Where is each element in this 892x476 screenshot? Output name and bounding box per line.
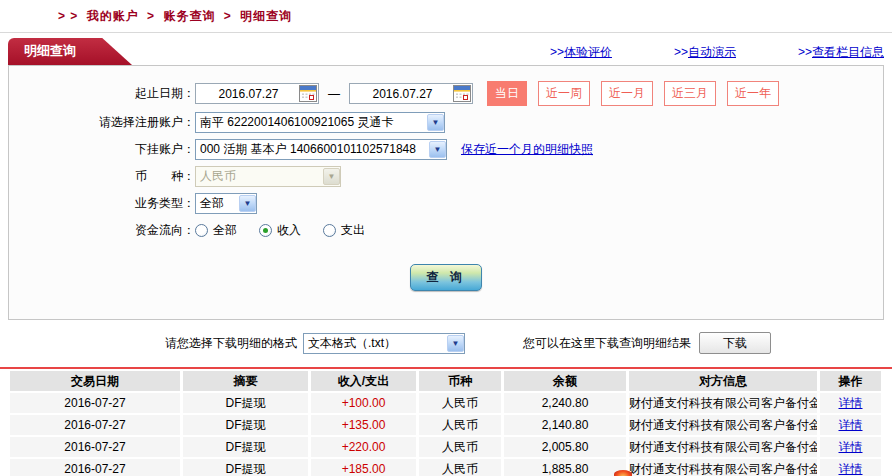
chevron-down-icon: ▼ bbox=[427, 114, 444, 131]
cell-balance: 2,005.80 bbox=[504, 437, 626, 457]
col-header-counterparty: 对方信息 bbox=[629, 371, 817, 391]
end-date-value: 2016.07.27 bbox=[352, 87, 453, 101]
download-hint: 您可以在这里下载查询明细结果 bbox=[523, 335, 691, 352]
calendar-icon[interactable] bbox=[299, 85, 317, 102]
start-date-input[interactable]: 2016.07.27 bbox=[195, 83, 319, 104]
col-header-summary: 摘要 bbox=[183, 371, 308, 391]
date-range-row: 起止日期： 2016.07.27 — 2016.07.27 当日 bbox=[9, 81, 883, 106]
link-label: 查看栏目信息 bbox=[812, 45, 884, 59]
cell-balance: 1,885.80 bbox=[504, 459, 626, 476]
col-header-amount: 收入/支出 bbox=[311, 371, 416, 391]
cell-counterparty: 财付通支付科技有限公司客户备付金 bbox=[629, 393, 817, 413]
cell-amount: +185.00 bbox=[311, 459, 416, 476]
detail-link[interactable]: 详情 bbox=[839, 440, 863, 454]
range-year-button[interactable]: 近一年 bbox=[727, 81, 779, 106]
partial-flame-icon bbox=[614, 470, 632, 476]
chevron-down-icon: ▼ bbox=[239, 195, 256, 212]
tab-detail-query: 明细查询 bbox=[8, 38, 132, 65]
flow-income-radio[interactable]: 收入 bbox=[259, 222, 301, 239]
cell-counterparty: 财付通支付科技有限公司客户备付金 bbox=[629, 437, 817, 457]
download-button[interactable]: 下载 bbox=[699, 332, 771, 354]
cell-counterparty: 财付通支付科技有限公司客户备付金 bbox=[629, 415, 817, 435]
link-prefix: >> bbox=[798, 45, 812, 59]
breadcrumb: > > 我的账户 > 账务查询 > 明细查询 bbox=[0, 0, 892, 30]
radio-unchecked-icon[interactable] bbox=[195, 224, 208, 237]
currency-value: 人民币 bbox=[200, 168, 236, 185]
fund-flow-row: 资金流向： 全部 收入 支出 bbox=[9, 219, 883, 241]
sub-account-row: 下挂账户： 000 活期 基本户 1406600101102571848 ▼ 保… bbox=[9, 138, 883, 160]
breadcrumb-separator: > bbox=[224, 9, 232, 23]
radio-unchecked-icon[interactable] bbox=[323, 224, 336, 237]
cell-date: 2016-07-27 bbox=[10, 437, 180, 457]
header-links: >>体验评价 >>自动演示 >>查看栏目信息 bbox=[550, 44, 884, 61]
business-type-label: 业务类型： bbox=[9, 195, 195, 212]
register-account-label: 请选择注册账户： bbox=[9, 114, 195, 131]
col-header-balance: 余额 bbox=[504, 371, 626, 391]
radio-checked-icon[interactable] bbox=[259, 224, 272, 237]
col-header-date: 交易日期 bbox=[10, 371, 180, 391]
cell-date: 2016-07-27 bbox=[10, 459, 180, 476]
cell-currency: 人民币 bbox=[419, 459, 501, 476]
query-button-wrap: 查 询 bbox=[9, 264, 883, 291]
chevron-down-icon: ▼ bbox=[447, 335, 464, 352]
quick-range-buttons: 当日 近一周 近一月 近三月 近一年 bbox=[487, 81, 779, 106]
business-type-select[interactable]: 全部 ▼ bbox=[195, 193, 257, 214]
download-format-label: 请您选择下载明细的格式 bbox=[165, 335, 297, 352]
currency-label: 币 种： bbox=[9, 168, 195, 185]
experience-review-link[interactable]: >>体验评价 bbox=[550, 44, 612, 61]
query-form-panel: 起止日期： 2016.07.27 — 2016.07.27 当日 bbox=[8, 65, 884, 320]
link-prefix: >> bbox=[674, 45, 688, 59]
date-separator: — bbox=[328, 87, 340, 101]
breadcrumb-item-detail-query[interactable]: 明细查询 bbox=[240, 9, 292, 23]
detail-link[interactable]: 详情 bbox=[839, 396, 863, 410]
chevron-down-icon: ▼ bbox=[323, 168, 340, 185]
sub-account-select[interactable]: 000 活期 基本户 1406600101102571848 ▼ bbox=[195, 139, 447, 160]
flow-all-label: 全部 bbox=[213, 222, 237, 239]
register-account-select[interactable]: 南平 6222001406100921065 灵通卡 ▼ bbox=[195, 112, 445, 133]
breadcrumb-prefix: > > bbox=[58, 9, 78, 23]
cell-summary: DF提现 bbox=[183, 415, 308, 435]
link-prefix: >> bbox=[550, 45, 564, 59]
flow-income-label: 收入 bbox=[277, 222, 301, 239]
cell-date: 2016-07-27 bbox=[10, 393, 180, 413]
cell-amount: +100.00 bbox=[311, 393, 416, 413]
cell-currency: 人民币 bbox=[419, 415, 501, 435]
download-format-select[interactable]: 文本格式（.txt） ▼ bbox=[303, 333, 465, 354]
view-column-info-link[interactable]: >>查看栏目信息 bbox=[798, 44, 884, 61]
cell-amount: +135.00 bbox=[311, 415, 416, 435]
detail-link[interactable]: 详情 bbox=[839, 462, 863, 476]
save-snapshot-link[interactable]: 保存近一个月的明细快照 bbox=[461, 141, 593, 158]
cell-summary: DF提现 bbox=[183, 459, 308, 476]
cell-action: 详情 bbox=[820, 415, 881, 435]
business-type-row: 业务类型： 全部 ▼ bbox=[9, 192, 883, 214]
sub-account-value: 000 活期 基本户 1406600101102571848 bbox=[200, 141, 416, 158]
flow-expense-radio[interactable]: 支出 bbox=[323, 222, 365, 239]
cell-action: 详情 bbox=[820, 437, 881, 457]
cell-summary: DF提现 bbox=[183, 437, 308, 457]
cell-action: 详情 bbox=[820, 393, 881, 413]
currency-row: 币 种： 人民币 ▼ bbox=[9, 165, 883, 187]
range-today-button[interactable]: 当日 bbox=[487, 81, 527, 106]
register-account-row: 请选择注册账户： 南平 6222001406100921065 灵通卡 ▼ bbox=[9, 111, 883, 133]
calendar-icon[interactable] bbox=[453, 85, 471, 102]
link-label: 体验评价 bbox=[564, 45, 612, 59]
cell-amount: +220.00 bbox=[311, 437, 416, 457]
fund-flow-label: 资金流向： bbox=[9, 222, 195, 239]
range-quarter-button[interactable]: 近三月 bbox=[664, 81, 716, 106]
cell-date: 2016-07-27 bbox=[10, 415, 180, 435]
flow-all-radio[interactable]: 全部 bbox=[195, 222, 237, 239]
breadcrumb-item-my-account[interactable]: 我的账户 bbox=[87, 9, 139, 23]
query-button[interactable]: 查 询 bbox=[410, 264, 482, 291]
range-week-button[interactable]: 近一周 bbox=[538, 81, 590, 106]
detail-link[interactable]: 详情 bbox=[839, 418, 863, 432]
range-month-button[interactable]: 近一月 bbox=[601, 81, 653, 106]
results-table: 交易日期 摘要 收入/支出 币种 余额 对方信息 操作 2016-07-27 D… bbox=[10, 371, 883, 476]
flow-expense-label: 支出 bbox=[341, 222, 365, 239]
auto-demo-link[interactable]: >>自动演示 bbox=[674, 44, 736, 61]
download-row: 请您选择下载明细的格式 文本格式（.txt） ▼ 您可以在这里下载查询明细结果 … bbox=[165, 331, 892, 355]
table-top-rule bbox=[0, 367, 892, 369]
breadcrumb-item-account-query[interactable]: 账务查询 bbox=[163, 9, 215, 23]
register-account-value: 南平 6222001406100921065 灵通卡 bbox=[200, 114, 393, 131]
sub-account-label: 下挂账户： bbox=[9, 141, 195, 158]
end-date-input[interactable]: 2016.07.27 bbox=[349, 83, 473, 104]
